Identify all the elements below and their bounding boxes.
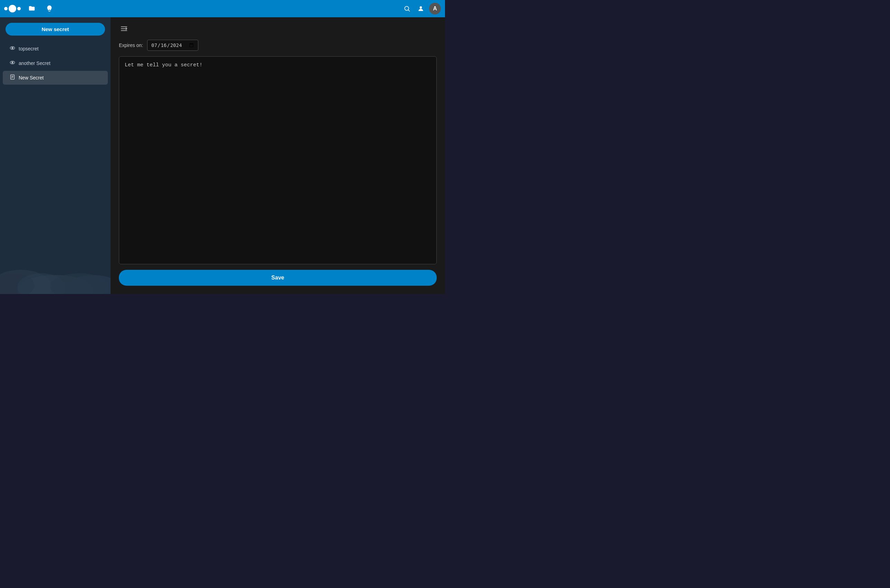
sidebar: New secret topsecret (0, 17, 111, 294)
logo-circle-1 (4, 7, 8, 10)
save-button[interactable]: Save (119, 270, 437, 286)
logo-circle-2 (17, 7, 21, 10)
svg-line-1 (408, 10, 410, 11)
main-container: New secret topsecret (0, 17, 445, 294)
new-secret-button[interactable]: New secret (6, 23, 105, 36)
sidebar-item-label-topsecret: topsecret (19, 46, 39, 51)
svg-point-4 (12, 47, 13, 49)
navbar-right: A (401, 3, 441, 15)
sidebar-item-label-new-secret: New Secret (19, 75, 44, 81)
sidebar-item-another-secret[interactable]: another Secret (3, 56, 108, 70)
eye-icon-another-secret (10, 60, 15, 67)
svg-point-6 (12, 62, 13, 63)
sidebar-item-topsecret[interactable]: topsecret (3, 42, 108, 56)
secrets-nav-icon[interactable] (44, 3, 55, 15)
sidebar-item-label-another-secret: another Secret (19, 60, 50, 66)
navbar-left (4, 3, 55, 15)
contacts-icon[interactable] (415, 3, 426, 14)
eye-icon-topsecret (10, 45, 15, 52)
sidebar-item-new-secret[interactable]: New Secret (3, 71, 108, 85)
files-nav-icon[interactable] (26, 3, 38, 15)
navbar: A (0, 0, 445, 17)
form-area: Expires on: Let me tell you a secret! Sa… (111, 40, 445, 294)
expires-date-input[interactable] (147, 40, 198, 51)
search-icon[interactable] (401, 3, 413, 14)
sidebar-header: New secret (0, 23, 111, 41)
content-toolbar (111, 17, 445, 40)
content-area: Expires on: Let me tell you a secret! Sa… (111, 17, 445, 294)
secret-textarea[interactable]: Let me tell you a secret! (119, 56, 437, 264)
logo-circles (4, 5, 21, 12)
logo-circle-big (9, 5, 16, 12)
document-icon-new-secret (10, 74, 15, 81)
svg-point-2 (420, 6, 422, 9)
expires-label: Expires on: (119, 42, 143, 48)
cloud-decoration (0, 218, 111, 294)
nextcloud-logo[interactable] (4, 5, 21, 12)
expires-row: Expires on: (119, 40, 437, 51)
menu-toggle-icon[interactable] (119, 24, 129, 36)
avatar[interactable]: A (429, 3, 441, 15)
